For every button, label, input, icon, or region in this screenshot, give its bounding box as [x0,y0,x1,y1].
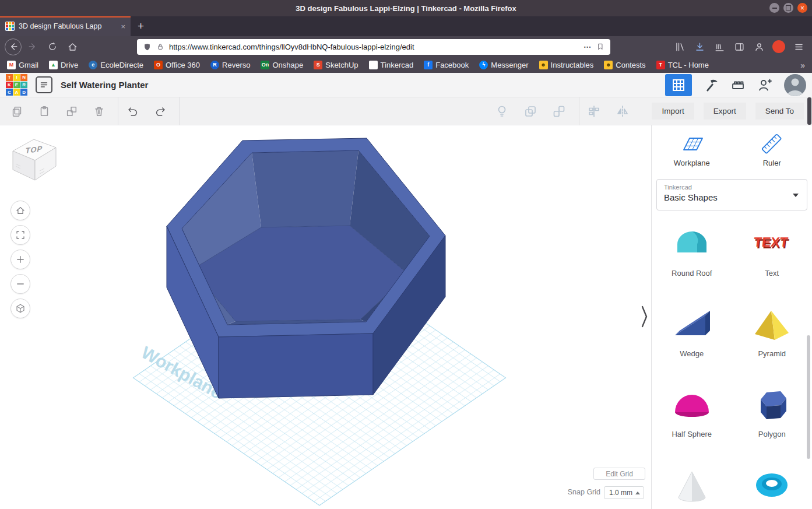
library-icon[interactable] [671,38,688,55]
bookmark-item[interactable]: S SketchUp [314,61,358,69]
account-person-icon[interactable] [750,38,768,55]
design-title[interactable]: Self Watering Planter [61,80,148,90]
shape-polygon[interactable]: Polygon [732,381,812,461]
shape-round-roof[interactable]: Round Roof [652,220,732,300]
bookmark-flag-icon[interactable] [596,43,604,51]
shape-torus[interactable] [732,461,812,509]
polygon-icon [751,381,792,430]
redo-icon[interactable] [152,103,169,120]
view-cube[interactable]: TOP [7,130,65,188]
snap-grid-dropdown[interactable]: 1.0 mm [604,486,644,499]
bookmark-favicon: R [210,61,219,69]
bookmark-item[interactable]: e EcoleDirecte [89,61,143,69]
align-icon[interactable] [585,103,603,120]
bookmark-favicon: T [656,61,665,69]
bookmark-favicon: ☻ [604,61,613,69]
duplicate-icon[interactable] [63,103,80,120]
main-area: Workplane TOP [0,125,812,509]
undo-icon[interactable] [124,103,142,120]
minimize-button[interactable] [769,3,779,13]
cone-icon [672,461,712,509]
shape-category-dropdown[interactable]: Tinkercad Basic Shapes [656,179,807,210]
menu-hamburger-icon[interactable] [790,38,807,55]
group-icon[interactable] [522,103,539,120]
sidebar-toggle-icon[interactable] [730,38,748,55]
panel-scrollbar-thumb[interactable] [807,335,810,459]
fit-view-button[interactable] [10,225,30,245]
page-scrollbar-thumb[interactable] [807,97,811,125]
mirror-icon[interactable] [614,103,631,120]
bookmark-item[interactable]: M Gmail [7,61,38,69]
bookmark-item[interactable]: On Onshape [261,61,303,69]
import-button[interactable]: Import [652,103,694,120]
shape-text[interactable]: TEXT TEXT Text [732,220,812,300]
url-text[interactable]: https://www.tinkercad.com/things/llOyv8d… [169,43,579,51]
tinkercad-logo[interactable]: TINKERCAD [6,74,27,96]
shape-pyramid[interactable]: Pyramid [732,300,812,381]
tool-workplane[interactable]: Workplane [652,132,732,179]
forward-button[interactable] [24,38,41,55]
bookmark-label: Instructables [551,61,594,69]
edit-grid-button[interactable]: Edit Grid [593,468,645,480]
bookmark-item[interactable]: T TCL - Home [656,61,709,69]
paste-icon[interactable] [36,103,53,120]
bookmark-item[interactable]: ▲ Drive [49,61,78,69]
firefox-profile-icon[interactable] [770,38,788,55]
ungroup-icon[interactable] [550,103,568,120]
add-user-icon[interactable] [757,78,772,93]
perspective-toggle-button[interactable] [10,299,30,318]
lock-icon[interactable] [156,43,164,51]
text-shape-icon: TEXT TEXT [751,220,792,269]
home-button[interactable] [64,38,81,55]
3d-viewport[interactable]: Workplane [0,125,651,509]
downloads-icon[interactable] [691,38,708,55]
zoom-in-button[interactable] [10,250,30,269]
close-button[interactable]: × [797,3,807,13]
shape-half-sphere[interactable]: Half Sphere [652,381,732,461]
dashboard-grid-button[interactable] [665,74,692,96]
bookshelf-icon[interactable] [711,38,728,55]
bookmark-item[interactable]: ☻ Contests [604,61,645,69]
shape-wedge[interactable]: Wedge [652,300,732,381]
bookmarks-overflow-icon[interactable]: » [800,61,805,70]
bookmark-item[interactable]: R Reverso [210,61,250,69]
torus-icon [751,461,792,509]
delete-icon[interactable] [90,103,108,120]
reload-button[interactable] [44,38,61,55]
new-tab-button[interactable]: + [131,16,151,36]
bookmark-item[interactable]: Tinkercad [369,61,414,69]
caret-up-icon [635,492,640,494]
bookmark-favicon: ▲ [49,61,58,69]
export-button[interactable]: Export [704,103,746,120]
bookmark-favicon: ☻ [539,61,548,69]
bookmark-item[interactable]: f Facebook [424,61,469,69]
page-actions-icon[interactable]: ⋯ [583,43,592,51]
maximize-button[interactable] [783,3,793,13]
zoom-out-button[interactable] [10,274,30,294]
avatar[interactable] [784,74,806,96]
tool-ruler[interactable]: Ruler [732,132,812,179]
view-home-button[interactable] [10,201,30,220]
design-canvas[interactable]: Workplane TOP [0,125,651,509]
bookmark-favicon: On [261,61,269,69]
tinkercad-favicon-icon [5,22,15,31]
copy-icon[interactable] [8,103,26,120]
back-button[interactable] [5,38,22,55]
window-titlebar: 3D design Fabulous Lappi-Elzing | Tinker… [0,0,812,16]
edit-toolbar: Import Export Send To [0,97,812,125]
url-bar[interactable]: https://www.tinkercad.com/things/llOyv8d… [137,39,610,55]
tool-workplane-label: Workplane [674,159,710,167]
send-to-button[interactable]: Send To [755,103,804,120]
browser-tab[interactable]: 3D design Fabulous Lapp × [0,16,131,36]
bookmark-item[interactable]: O Office 360 [154,61,200,69]
bookmark-item[interactable]: ☻ Instructables [539,61,594,69]
design-menu-icon[interactable] [36,76,52,93]
panel-collapse-button[interactable] [640,302,649,331]
bookmark-item[interactable]: ϟ Messenger [479,61,528,69]
pickaxe-icon[interactable] [704,78,719,93]
lego-brick-icon[interactable] [730,78,746,93]
lightbulb-icon[interactable] [493,103,511,120]
tab-close-icon[interactable]: × [121,22,125,31]
shape-cone[interactable] [652,461,732,509]
shield-icon[interactable] [143,43,152,51]
